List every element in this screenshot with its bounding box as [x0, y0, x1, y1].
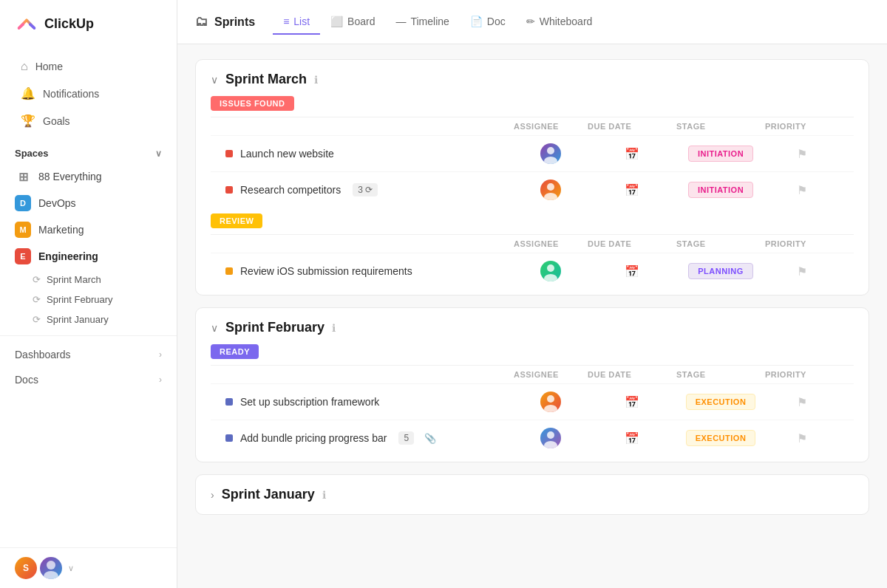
- sprint-february-info-icon[interactable]: ℹ: [332, 322, 336, 334]
- table-row[interactable]: Review iOS submission requirements 📅 PLA…: [211, 253, 854, 289]
- task-name-cell: Set up subscription framework: [225, 396, 514, 408]
- sidebar-item-devops[interactable]: D DevOps: [0, 190, 177, 216]
- issues-found-badge: ISSUES FOUND: [211, 96, 294, 111]
- tab-timeline[interactable]: — Timeline: [385, 10, 459, 35]
- sidebar-item-engineering[interactable]: E Engineering: [0, 243, 177, 270]
- ready-badge: READY: [211, 344, 259, 359]
- tab-doc[interactable]: 📄 Doc: [460, 10, 516, 35]
- due-date-cell-4: 📅: [588, 395, 676, 409]
- sidebar-item-dashboards[interactable]: Dashboards ›: [0, 342, 177, 367]
- svg-point-4: [547, 183, 554, 191]
- user-avatar-s[interactable]: S: [15, 557, 37, 579]
- flag-icon-2[interactable]: ⚑: [797, 183, 807, 197]
- sprint-january-expand-icon[interactable]: ›: [211, 489, 214, 501]
- calendar-icon-3[interactable]: 📅: [625, 264, 639, 278]
- task-name-cell: Research competitors 3 ⟳: [225, 183, 514, 196]
- timeline-tab-icon: —: [395, 16, 406, 27]
- calendar-icon[interactable]: 📅: [625, 147, 639, 161]
- sidebar-nav: ⌂ Home 🔔 Notifications 🏆 Goals: [0, 47, 177, 140]
- sidebar-sub-sprint-february-label: Sprint February: [47, 294, 113, 305]
- sprint-february-collapse-icon[interactable]: ∨: [211, 322, 218, 334]
- due-date-cell-5: 📅: [588, 431, 676, 445]
- flag-icon-4[interactable]: ⚑: [797, 395, 807, 409]
- col-stage-1: STAGE: [676, 122, 765, 131]
- sidebar-item-home-label: Home: [35, 61, 63, 72]
- stage-badge-2: INITIATION: [688, 182, 753, 198]
- user-avatar-photo[interactable]: [40, 557, 62, 579]
- sidebar-item-everything[interactable]: ⊞ 88 Everything: [0, 163, 177, 190]
- svg-point-11: [544, 441, 557, 448]
- sidebar-item-devops-label: DevOps: [38, 197, 76, 209]
- sidebar-sub-sprint-january[interactable]: ⟳ Sprint January: [0, 310, 177, 329]
- sprint-march-issues-group: ISSUES FOUND ASSIGNEE DUE DATE STAGE PRI…: [196, 96, 869, 213]
- logo-area[interactable]: ClickUp: [0, 0, 177, 47]
- issues-table-header: ASSIGNEE DUE DATE STAGE PRIORITY: [211, 117, 854, 135]
- calendar-icon-4[interactable]: 📅: [625, 395, 639, 409]
- sidebar-item-notifications[interactable]: 🔔 Notifications: [6, 80, 171, 107]
- sprint-january-info-icon[interactable]: ℹ: [322, 489, 326, 501]
- spaces-section-header[interactable]: Spaces ∨: [0, 140, 177, 163]
- tab-whiteboard[interactable]: ✏ Whiteboard: [516, 10, 603, 35]
- flag-icon[interactable]: ⚑: [797, 147, 807, 161]
- spaces-label: Spaces: [15, 148, 49, 159]
- user-menu-chevron-icon[interactable]: ∨: [68, 564, 74, 573]
- tab-list-label: List: [293, 16, 310, 27]
- goals-icon: 🏆: [21, 114, 35, 128]
- sidebar-item-docs[interactable]: Docs ›: [0, 367, 177, 392]
- sidebar-item-goals[interactable]: 🏆 Goals: [6, 107, 171, 134]
- sprint-march-section: ∨ Sprint March ℹ ISSUES FOUND ASSIGNEE D…: [195, 59, 869, 295]
- task-name: Launch new website: [240, 148, 334, 160]
- sidebar-sub-sprint-march[interactable]: ⟳ Sprint March: [0, 270, 177, 290]
- sidebar-sub-sprint-february[interactable]: ⟳ Sprint February: [0, 290, 177, 310]
- sidebar-item-home[interactable]: ⌂ Home: [6, 53, 171, 80]
- task-name: Research competitors: [240, 184, 341, 196]
- sprint-march-info-icon[interactable]: ℹ: [314, 74, 318, 86]
- assignee-cell: [514, 143, 588, 164]
- task-name: Add bundle pricing progress bar: [240, 432, 387, 444]
- task-count-badge: 3 ⟳: [353, 183, 378, 196]
- task-name-cell: Launch new website: [225, 148, 514, 160]
- avatar: [540, 392, 561, 412]
- svg-point-10: [547, 431, 554, 439]
- tab-board[interactable]: ⬜ Board: [320, 10, 385, 35]
- svg-point-7: [544, 274, 557, 281]
- sidebar-item-marketing[interactable]: M Marketing: [0, 216, 177, 243]
- avatar: [540, 261, 561, 281]
- sprint-february-section: ∨ Sprint February ℹ READY ASSIGNEE DUE D…: [195, 307, 869, 462]
- whiteboard-tab-icon: ✏: [526, 16, 535, 27]
- folder-icon: 🗂: [195, 14, 208, 30]
- calendar-icon-2[interactable]: 📅: [625, 183, 639, 197]
- sidebar-footer: S ∨: [0, 547, 177, 588]
- calendar-icon-5[interactable]: 📅: [625, 431, 639, 445]
- flag-icon-3[interactable]: ⚑: [797, 264, 807, 278]
- sprint-march-review-group: REVIEW ASSIGNEE DUE DATE STAGE PRIORITY …: [196, 213, 869, 295]
- assignee-cell-5: [514, 428, 588, 448]
- task-dot-red: [225, 150, 233, 157]
- sidebar-sub-sprint-march-label: Sprint March: [47, 274, 101, 285]
- col-assignee-r: ASSIGNEE: [514, 239, 588, 248]
- assignee-cell-2: [514, 180, 588, 200]
- avatar: [540, 428, 561, 448]
- task-dot-red-2: [225, 186, 233, 194]
- col-task: [225, 122, 514, 131]
- table-row[interactable]: Set up subscription framework 📅 EXECUTIO…: [211, 383, 854, 420]
- assignee-cell-3: [514, 261, 588, 281]
- assignee-cell-4: [514, 392, 588, 412]
- topbar: 🗂 Sprints ≡ List ⬜ Board — Timeline 📄 Do…: [177, 0, 887, 44]
- flag-icon-5[interactable]: ⚑: [797, 431, 807, 445]
- everything-icon: ⊞: [15, 168, 31, 185]
- docs-arrow-icon: ›: [159, 375, 162, 385]
- sprint-march-collapse-icon[interactable]: ∨: [211, 74, 218, 86]
- tab-list[interactable]: ≡ List: [273, 10, 320, 35]
- sidebar-sub-sprint-january-label: Sprint January: [47, 314, 109, 325]
- docs-label: Docs: [15, 374, 38, 386]
- table-row[interactable]: Research competitors 3 ⟳ 📅 INITIATION: [211, 171, 854, 208]
- col-priority-f: PRIORITY: [765, 370, 839, 379]
- sprint-february-title: Sprint February: [225, 320, 324, 335]
- col-priority-1: PRIORITY: [765, 122, 839, 131]
- sidebar-bottom: Dashboards › Docs ›: [0, 335, 177, 398]
- table-row[interactable]: Launch new website 📅 INITIATION ⚑: [211, 135, 854, 171]
- col-stage-f: STAGE: [676, 370, 765, 379]
- table-row[interactable]: Add bundle pricing progress bar 5 📎 📅 EX…: [211, 420, 854, 456]
- task-name-cell: Review iOS submission requirements: [225, 265, 514, 277]
